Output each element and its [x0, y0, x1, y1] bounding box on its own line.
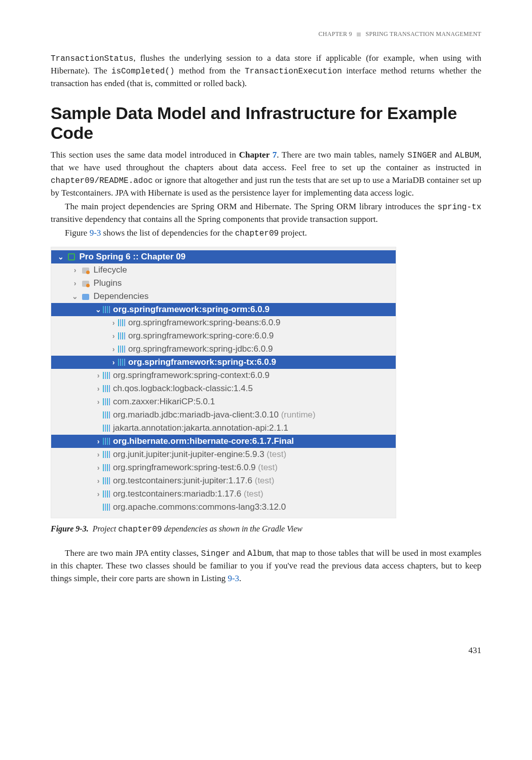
chevron-down-icon[interactable]	[71, 291, 79, 301]
dependency-label: jakarta.annotation:jakarta.annotation-ap…	[113, 423, 288, 433]
library-icon	[103, 306, 104, 313]
library-icon	[103, 504, 104, 511]
tree-dependency-item[interactable]: org.apache.commons:commons-lang3:3.12.0	[51, 501, 396, 514]
chevron-right-icon[interactable]	[71, 278, 79, 288]
library-icon	[103, 425, 104, 432]
header-separator-icon	[357, 32, 361, 36]
library-icon	[103, 398, 104, 405]
para-5: There are two main JPA entity classes, S…	[51, 547, 481, 585]
tree-dependency-item[interactable]: org.springframework:spring-jdbc:6.0.9	[51, 343, 396, 356]
tree-lifecycle-label: Lifecycle	[93, 265, 127, 275]
tree-dependency-item[interactable]: org.hibernate.orm:hibernate-core:6.1.7.F…	[51, 435, 396, 448]
tree-root-label: Pro Spring 6 :: Chapter 09	[79, 252, 185, 261]
library-icon	[118, 319, 119, 326]
chevron-right-icon[interactable]	[95, 436, 102, 446]
dependency-label: org.apache.commons:commons-lang3:3.12.0	[113, 502, 286, 512]
figure-label: Figure 9-3.	[51, 524, 89, 533]
chevron-right-icon[interactable]	[95, 449, 102, 460]
chevron-right-icon[interactable]	[95, 463, 102, 473]
tree-plugins[interactable]: Plugins	[51, 277, 396, 290]
tree-dependency-item[interactable]: org.springframework:spring-beans:6.0.9	[51, 316, 396, 329]
library-icon	[103, 464, 104, 471]
chevron-right-icon[interactable]	[95, 489, 102, 499]
library-icon	[118, 359, 119, 366]
tree-dependency-item[interactable]: org.springframework:spring-test:6.0.9 (t…	[51, 461, 396, 474]
chevron-right-icon[interactable]	[95, 384, 102, 394]
section-heading: Sample Data Model and Infrastructure for…	[51, 103, 481, 143]
tree-dependency-item[interactable]: com.zaxxer:HikariCP:5.0.1	[51, 395, 396, 408]
library-icon	[103, 438, 104, 445]
dependency-label: org.testcontainers:mariadb:1.17.6	[113, 489, 241, 499]
tree-dependency-item[interactable]: jakarta.annotation:jakarta.annotation-ap…	[51, 422, 396, 435]
running-header: CHAPTER 9 SPRING TRANSACTION MANAGEMENT	[51, 30, 481, 38]
tree-dependency-item[interactable]: org.testcontainers:mariadb:1.17.6 (test)	[51, 487, 396, 501]
chevron-right-icon[interactable]	[110, 331, 117, 341]
code-spring-tx: spring-tx	[438, 203, 481, 212]
library-icon	[103, 385, 104, 392]
tree-dependencies-label: Dependencies	[93, 291, 148, 301]
library-icon	[103, 490, 104, 498]
chevron-right-icon[interactable]	[95, 397, 102, 407]
chevron-right-icon[interactable]	[95, 370, 102, 381]
code-transactionstatus: TransactionStatus	[51, 54, 133, 63]
dependency-scope: (runtime)	[279, 410, 316, 420]
page-number: 431	[51, 645, 481, 656]
library-icon	[103, 477, 104, 484]
figure-9-3-ref[interactable]: 9-3	[90, 228, 101, 238]
tree-dependency-item[interactable]: org.springframework:spring-tx:6.0.9	[51, 356, 396, 369]
code-transactionexecution: TransactionExecution	[245, 67, 342, 76]
project-icon	[68, 253, 75, 260]
code-album-class: Album	[247, 549, 272, 558]
tree-dependency-item[interactable]: org.mariadb.jdbc:mariadb-java-client:3.0…	[51, 408, 396, 422]
figure-caption: Figure 9-3. Project chapter09 dependenci…	[51, 524, 481, 534]
dependency-label: org.hibernate.orm:hibernate-core:6.1.7.F…	[113, 436, 294, 446]
chevron-right-icon[interactable]	[110, 344, 117, 354]
chevron-down-icon[interactable]	[95, 305, 102, 315]
library-icon	[118, 346, 119, 353]
code-iscompleted: isCompleted()	[111, 67, 175, 76]
chevron-right-icon[interactable]	[95, 476, 102, 486]
dependency-scope: (test)	[252, 476, 274, 485]
library-icon	[103, 411, 104, 419]
tree-root[interactable]: Pro Spring 6 :: Chapter 09	[51, 250, 396, 263]
code-album-table: ALBUM	[455, 151, 479, 160]
chapter-7-link[interactable]: 7	[273, 150, 277, 160]
listing-9-3-ref[interactable]: 9-3	[227, 574, 239, 583]
chevron-right-icon[interactable]	[110, 318, 117, 328]
dependency-label: org.springframework:spring-jdbc:6.0.9	[128, 344, 273, 354]
chevron-right-icon[interactable]	[110, 357, 117, 367]
tree-dependency-item[interactable]: org.springframework:spring-context:6.0.9	[51, 369, 396, 382]
dependency-label: org.springframework:spring-tx:6.0.9	[128, 357, 276, 367]
dependency-label: org.springframework:spring-core:6.0.9	[128, 331, 274, 340]
intro-paragraph: TransactionStatus, flushes the underlyin…	[51, 52, 481, 90]
dependency-label: ch.qos.logback:logback-classic:1.4.5	[113, 384, 253, 393]
dependency-label: org.springframework:spring-context:6.0.9	[113, 370, 270, 380]
dependency-label: org.springframework:spring-test:6.0.9	[113, 463, 256, 472]
dependency-tree: Pro Spring 6 :: Chapter 09 Lifecycle Plu…	[51, 247, 396, 518]
folder-icon	[82, 268, 89, 274]
tree-dependency-item[interactable]: org.testcontainers:junit-jupiter:1.17.6 …	[51, 474, 396, 487]
code-singer-table: SINGER	[407, 151, 437, 160]
tree-dependency-item[interactable]: ch.qos.logback:logback-classic:1.4.5	[51, 382, 396, 395]
code-readme-path: chapter09/README.adoc	[51, 176, 153, 185]
chevron-right-icon[interactable]	[71, 265, 79, 275]
dependency-label: org.junit.jupiter:junit-jupiter-engine:5…	[113, 449, 264, 459]
para-4: Figure 9-3 shows the list of dependencie…	[51, 227, 481, 240]
library-icon	[103, 372, 104, 379]
para-3: The main project dependencies are Spring…	[51, 201, 481, 226]
chevron-down-icon[interactable]	[57, 252, 64, 262]
dependency-label: org.springframework:spring-orm:6.0.9	[113, 305, 270, 314]
tree-dependency-item[interactable]: org.junit.jupiter:junit-jupiter-engine:5…	[51, 448, 396, 461]
folder-icon	[82, 294, 89, 300]
tree-dependency-item[interactable]: org.springframework:spring-core:6.0.9	[51, 329, 396, 343]
library-icon	[118, 332, 119, 339]
code-chapter09-caption: chapter09	[118, 525, 162, 534]
chapter-label: CHAPTER 9	[319, 30, 352, 37]
dependency-label: org.testcontainers:junit-jupiter:1.17.6	[113, 476, 252, 485]
tree-dependencies[interactable]: Dependencies	[51, 290, 396, 303]
dependency-label: org.springframework:spring-beans:6.0.9	[128, 318, 280, 327]
tree-lifecycle[interactable]: Lifecycle	[51, 263, 396, 277]
dependency-label: com.zaxxer:HikariCP:5.0.1	[113, 397, 215, 406]
chapter-title: SPRING TRANSACTION MANAGEMENT	[366, 30, 482, 37]
tree-dependency-item[interactable]: org.springframework:spring-orm:6.0.9	[51, 303, 396, 316]
